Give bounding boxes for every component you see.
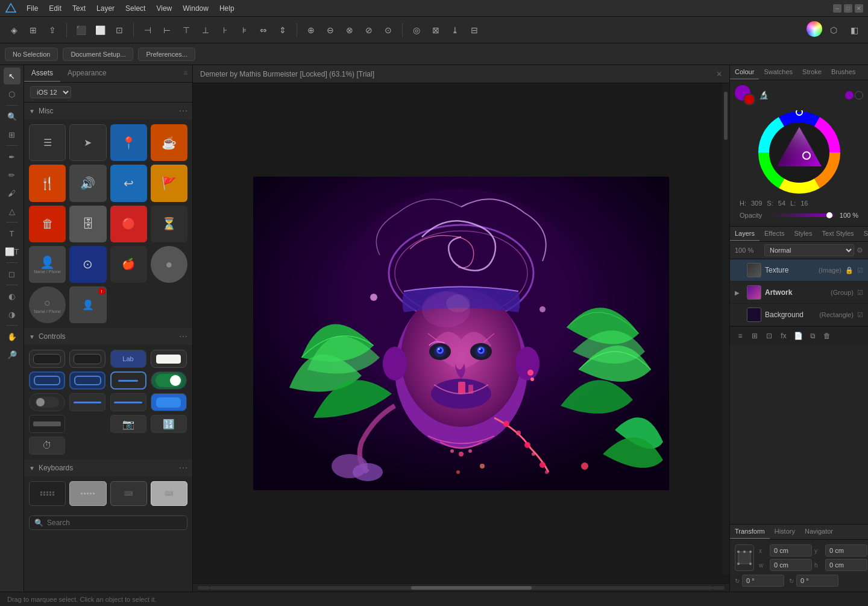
toolbar-add-btn[interactable]: ⊕ (302, 21, 320, 39)
tool-frame-text[interactable]: ⬜T (4, 243, 20, 260)
layers-duplicate[interactable]: ⧉ (806, 329, 819, 342)
toolbar-select-btn[interactable]: ⬛ (72, 21, 90, 39)
menu-file[interactable]: File (22, 3, 43, 14)
asset-undo[interactable]: ↩ (110, 165, 147, 201)
tab-swatches[interactable]: Swatches (759, 65, 797, 80)
tab-appearance[interactable]: Appearance (60, 65, 114, 82)
menu-help[interactable]: Help (215, 3, 239, 14)
layer-texture[interactable]: Texture (Image) 🔒 ☑ (730, 259, 868, 282)
asset-delete[interactable]: 🗑 (29, 206, 66, 242)
tool-transparency[interactable]: ◑ (4, 306, 20, 323)
layers-delete[interactable]: 🗑 (820, 329, 834, 342)
scroll-left-btn[interactable] (198, 586, 210, 590)
tool-hand[interactable]: ✋ (4, 328, 20, 345)
h-input[interactable]: 0 cm (825, 559, 867, 571)
asset-gray-dot[interactable]: ● (151, 246, 187, 283)
ctrl-input-2[interactable] (69, 350, 105, 368)
ctrl-bordered[interactable] (110, 371, 146, 390)
kbd-dark-full[interactable] (29, 481, 66, 506)
toolbar-home-btn[interactable]: ◈ (5, 21, 23, 39)
w-input[interactable]: 0 cm (770, 559, 812, 571)
toolbar-subtract-btn[interactable]: ⊖ (321, 21, 339, 39)
toolbar-combine-btn[interactable]: ⊙ (379, 21, 397, 39)
tab-brushes[interactable]: Brushes (826, 65, 860, 80)
blend-mode-select[interactable]: Normal (764, 244, 854, 256)
layer-vis-background[interactable]: ☑ (857, 311, 863, 319)
ctrl-input-4[interactable] (151, 350, 187, 368)
maximize-button[interactable]: □ (844, 4, 852, 13)
tab-colour[interactable]: Colour (730, 65, 759, 80)
ctrl-calc[interactable]: 🔢 (151, 415, 187, 433)
tool-brush[interactable]: 🖌 (4, 185, 20, 201)
tab-navigator[interactable]: Navigator (800, 525, 838, 539)
layer-lock-texture[interactable]: 🔒 (845, 267, 854, 274)
layer-vis-artwork[interactable]: ☑ (857, 289, 863, 297)
asset-coffee[interactable]: ☕ (151, 124, 187, 161)
asset-arrow[interactable]: ➤ (69, 124, 106, 161)
toolbar-align-right-btn[interactable]: ⊤ (177, 21, 195, 39)
ctrl-switch-1[interactable] (29, 371, 65, 390)
tool-pencil[interactable]: ✏ (4, 166, 20, 183)
layers-panel-toggle[interactable]: ≡ (734, 329, 747, 342)
layers-settings-btn[interactable]: ⚙ (857, 246, 863, 254)
toolbar-distribute-h-btn[interactable]: ⇔ (254, 21, 272, 39)
scroll-right-btn[interactable] (712, 586, 725, 590)
layers-add-layer[interactable]: 📄 (791, 329, 805, 342)
menu-layer[interactable]: Layer (92, 3, 119, 14)
layer-expand-artwork[interactable]: ▶ (735, 289, 743, 296)
asset-profile[interactable]: 👤 Name / Phone (29, 246, 66, 283)
asset-apple[interactable]: 🍎 (110, 246, 147, 283)
asset-circle-gray[interactable]: ○ Name / Phone (29, 286, 66, 323)
no-selection-btn[interactable]: No Selection (5, 48, 58, 61)
tool-gradient[interactable]: ◐ (4, 288, 20, 305)
x-input[interactable]: 0 cm (770, 544, 812, 557)
canvas-wrapper[interactable] (193, 83, 729, 583)
vertical-scrollbar[interactable] (722, 83, 729, 575)
asset-fingerprint[interactable]: 🔴 (110, 206, 147, 242)
canvas-close-btn[interactable]: ✕ (716, 70, 722, 78)
tab-assets[interactable]: Assets (24, 65, 60, 82)
controls-section-header[interactable]: ▼ Controls ⋯ (24, 328, 192, 345)
menu-view[interactable]: View (151, 3, 177, 14)
ctrl-timer[interactable]: ⏱ (29, 437, 65, 455)
tool-fill[interactable]: △ (4, 203, 20, 219)
toolbar-pixel-btn[interactable]: ⬜ (91, 21, 109, 39)
keyboards-section-header[interactable]: ▼ Keyboards ⋯ (24, 459, 192, 476)
search-input[interactable] (47, 519, 182, 527)
toolbar-align-bottom-btn[interactable]: ⊧ (235, 21, 253, 39)
tab-text-styles[interactable]: Text Styles (817, 227, 858, 241)
menu-select[interactable]: Select (121, 3, 150, 14)
asset-sound[interactable]: 🔊 (69, 165, 106, 201)
toolbar-snapping-btn[interactable]: ◎ (407, 21, 426, 39)
toolbar-distribute-v-btn[interactable]: ⇕ (274, 21, 292, 39)
horizontal-scrollbar[interactable] (193, 583, 729, 592)
h-scroll-track[interactable] (210, 586, 712, 590)
layers-add-adjustment[interactable]: fx (777, 329, 790, 342)
h-scroll-thumb[interactable] (411, 586, 532, 590)
ctrl-line-1[interactable] (69, 393, 105, 411)
eyedropper-icon[interactable]: 🔬 (759, 90, 769, 100)
y-input[interactable]: 0 cm (825, 544, 867, 557)
toolbar-export-btn[interactable]: ⤓ (446, 21, 464, 39)
menu-window[interactable]: Window (178, 3, 213, 14)
background-swatch[interactable] (743, 93, 755, 106)
tool-shape[interactable]: ◻ (4, 265, 20, 282)
ctrl-blue-btn[interactable] (151, 393, 187, 411)
layers-add-group[interactable]: ⊞ (748, 329, 761, 342)
asset-progress[interactable]: ⊙ (69, 246, 106, 283)
ctrl-input-1[interactable] (29, 350, 65, 368)
tool-magnify[interactable]: 🔎 (4, 346, 20, 363)
tab-styles[interactable]: Styles (789, 227, 817, 241)
ctrl-camera[interactable]: 📷 (110, 415, 146, 433)
close-button[interactable]: ✕ (855, 4, 863, 13)
menu-text[interactable]: Text (68, 3, 90, 14)
tool-crop[interactable]: ⊞ (4, 126, 20, 143)
opacity-thumb[interactable] (826, 212, 832, 218)
tool-zoom[interactable]: 🔍 (4, 108, 20, 125)
toolbar-share-btn[interactable]: ⇪ (43, 21, 61, 39)
document-setup-btn[interactable]: Document Setup... (63, 48, 133, 61)
tab-stock[interactable]: Stock (859, 227, 868, 241)
controls-menu-btn[interactable]: ⋯ (179, 332, 187, 341)
asset-storage[interactable]: 🗄 (69, 206, 106, 242)
asset-badge[interactable]: 👤 ! (69, 286, 106, 323)
